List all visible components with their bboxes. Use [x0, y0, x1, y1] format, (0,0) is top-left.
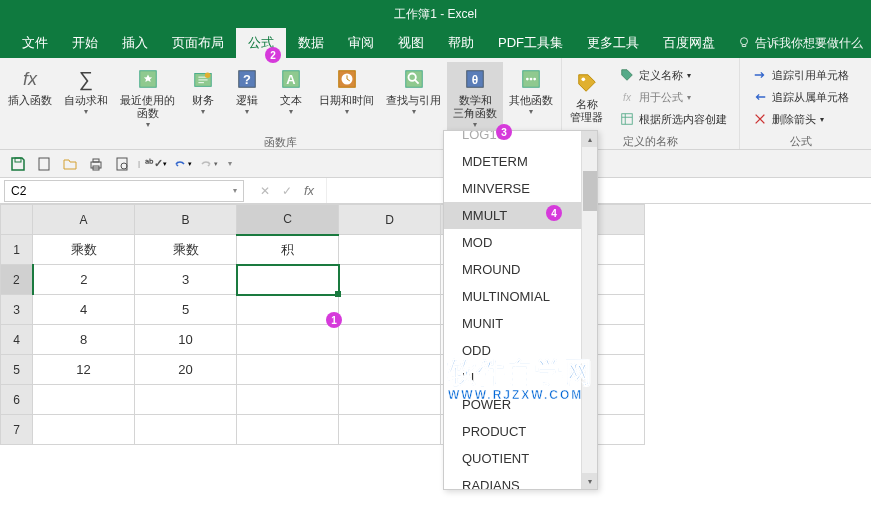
trace-dependents-button[interactable]: 追踪从属单元格	[746, 86, 855, 108]
cell[interactable]	[237, 295, 339, 325]
dropdown-item[interactable]: MULTINOMIAL	[444, 283, 597, 310]
row-header-3[interactable]: 3	[1, 295, 33, 325]
scroll-up-icon[interactable]: ▴	[582, 131, 597, 147]
dropdown-item[interactable]: POWER	[444, 391, 597, 418]
remove-arrows-button[interactable]: 删除箭头 ▾	[746, 108, 855, 130]
text-button[interactable]: A 文本 ▾	[269, 62, 313, 120]
define-name-button[interactable]: 定义名称 ▾	[613, 64, 733, 86]
datetime-button[interactable]: 日期和时间 ▾	[313, 62, 380, 120]
tab-more[interactable]: 更多工具	[575, 28, 651, 58]
dropdown-item[interactable]: MROUND	[444, 256, 597, 283]
cell[interactable]	[339, 325, 441, 355]
accept-formula-icon[interactable]: ✓	[282, 184, 292, 198]
dropdown-item[interactable]: PI	[444, 364, 597, 391]
tab-review[interactable]: 审阅	[336, 28, 386, 58]
cell-selected[interactable]	[237, 265, 339, 295]
formula-input[interactable]	[326, 178, 871, 203]
tab-help[interactable]: 帮助	[436, 28, 486, 58]
name-manager-button[interactable]: 名称 管理器	[564, 66, 609, 128]
dropdown-item[interactable]: PRODUCT	[444, 418, 597, 445]
cell[interactable]: 2	[33, 265, 135, 295]
quick-print-button[interactable]	[86, 154, 106, 174]
row-header-7[interactable]: 7	[1, 415, 33, 445]
spellcheck-button[interactable]: ᵃᵇ✓▾	[146, 154, 166, 174]
cell[interactable]	[339, 265, 441, 295]
math-trig-button[interactable]: θ 数学和 三角函数 ▾	[447, 62, 503, 133]
cell[interactable]: 乘数	[135, 235, 237, 265]
dropdown-item[interactable]: MINVERSE	[444, 175, 597, 202]
tab-insert[interactable]: 插入	[110, 28, 160, 58]
cell[interactable]	[33, 385, 135, 415]
insert-function-button[interactable]: fx 插入函数	[2, 62, 58, 111]
cell[interactable]	[339, 415, 441, 445]
cancel-formula-icon[interactable]: ✕	[260, 184, 270, 198]
cell[interactable]	[339, 355, 441, 385]
cell[interactable]	[237, 325, 339, 355]
print-preview-button[interactable]	[112, 154, 132, 174]
cell[interactable]	[339, 295, 441, 325]
scroll-down-icon[interactable]: ▾	[582, 473, 597, 489]
name-box[interactable]: C2 ▾	[4, 180, 244, 202]
cell[interactable]: 3	[135, 265, 237, 295]
financial-button[interactable]: 财务 ▾	[181, 62, 225, 120]
more-functions-button[interactable]: 其他函数 ▾	[503, 62, 559, 120]
autosum-button[interactable]: ∑ 自动求和 ▾	[58, 62, 114, 120]
cell[interactable]	[33, 415, 135, 445]
dropdown-item[interactable]: MOD	[444, 229, 597, 256]
create-from-selection-button[interactable]: 根据所选内容创建	[613, 108, 733, 130]
select-all-corner[interactable]	[1, 205, 33, 235]
cell[interactable]	[135, 385, 237, 415]
dropdown-item[interactable]: ODD	[444, 337, 597, 364]
fx-icon[interactable]: fx	[304, 183, 314, 198]
cell[interactable]: 乘数	[33, 235, 135, 265]
recent-functions-button[interactable]: 最近使用的 函数 ▾	[114, 62, 181, 133]
qat-customize-arrow[interactable]: ▾	[228, 159, 232, 168]
cell[interactable]: 8	[33, 325, 135, 355]
tab-file[interactable]: 文件	[10, 28, 60, 58]
undo-button[interactable]: ▾	[172, 154, 192, 174]
tab-pdf[interactable]: PDF工具集	[486, 28, 575, 58]
column-header-C[interactable]: C	[237, 205, 339, 235]
use-in-formula-button[interactable]: fx 用于公式 ▾	[613, 86, 733, 108]
tab-baidu[interactable]: 百度网盘	[651, 28, 727, 58]
cell[interactable]	[339, 235, 441, 265]
cell[interactable]	[237, 385, 339, 415]
cell[interactable]: 12	[33, 355, 135, 385]
tab-data[interactable]: 数据	[286, 28, 336, 58]
cell[interactable]: 积	[237, 235, 339, 265]
column-header-A[interactable]: A	[33, 205, 135, 235]
cell[interactable]: 4	[33, 295, 135, 325]
redo-button[interactable]: ▾	[198, 154, 218, 174]
column-header-D[interactable]: D	[339, 205, 441, 235]
save-button[interactable]	[8, 154, 28, 174]
dropdown-item[interactable]: LOG10	[444, 130, 597, 148]
tab-layout[interactable]: 页面布局	[160, 28, 236, 58]
cell[interactable]: 20	[135, 355, 237, 385]
scroll-thumb[interactable]	[583, 171, 597, 211]
row-header-6[interactable]: 6	[1, 385, 33, 415]
column-header-B[interactable]: B	[135, 205, 237, 235]
tell-me-search[interactable]: 告诉我你想要做什么	[737, 35, 863, 52]
row-header-5[interactable]: 5	[1, 355, 33, 385]
cell[interactable]	[339, 385, 441, 415]
logical-button[interactable]: ? 逻辑 ▾	[225, 62, 269, 120]
tab-view[interactable]: 视图	[386, 28, 436, 58]
lookup-button[interactable]: 查找与引用 ▾	[380, 62, 447, 120]
open-button[interactable]	[60, 154, 80, 174]
cell[interactable]	[237, 355, 339, 385]
cell[interactable]: 5	[135, 295, 237, 325]
trace-precedents-button[interactable]: 追踪引用单元格	[746, 64, 855, 86]
dropdown-item-mmult[interactable]: MMULT	[444, 202, 597, 229]
cell[interactable]	[237, 415, 339, 445]
dropdown-item[interactable]: MDETERM	[444, 148, 597, 175]
dropdown-item[interactable]: QUOTIENT	[444, 445, 597, 472]
cell[interactable]: 10	[135, 325, 237, 355]
new-button[interactable]	[34, 154, 54, 174]
dropdown-scrollbar[interactable]: ▴ ▾	[581, 131, 597, 489]
dropdown-item[interactable]: MUNIT	[444, 310, 597, 337]
tab-home[interactable]: 开始	[60, 28, 110, 58]
dropdown-item[interactable]: RADIANS	[444, 472, 597, 490]
row-header-1[interactable]: 1	[1, 235, 33, 265]
cell[interactable]	[135, 415, 237, 445]
row-header-4[interactable]: 4	[1, 325, 33, 355]
